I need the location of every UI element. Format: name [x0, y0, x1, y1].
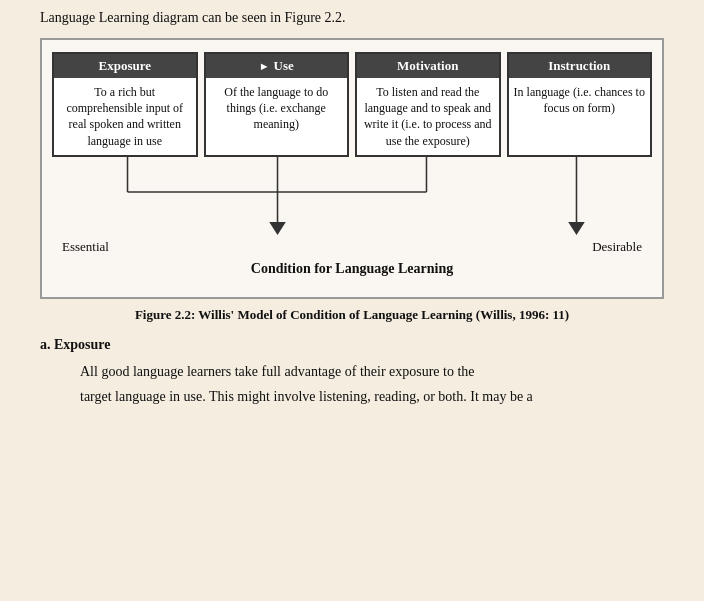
box-exposure-body: To a rich but comprehensible input of re… [54, 78, 196, 155]
box-instruction: Instruction In language (i.e. chances to… [507, 52, 653, 157]
labels-row: Essential Desirable [52, 239, 652, 255]
svg-marker-6 [269, 222, 286, 235]
body-para-2: target language in use. This might invol… [40, 386, 664, 408]
section-heading: a. Exposure [40, 337, 664, 353]
use-arrow-icon: ► [259, 60, 270, 72]
diagram-container: Exposure To a rich but comprehensible in… [40, 38, 664, 299]
box-instruction-body: In language (i.e. chances to focus on fo… [509, 78, 651, 122]
box-exposure-header: Exposure [54, 54, 196, 78]
box-use: ► Use Of the language to do things (i.e.… [204, 52, 350, 157]
box-use-header: ► Use [206, 54, 348, 78]
exposure-label: Exposure [99, 58, 152, 74]
svg-marker-8 [568, 222, 585, 235]
desirable-label: Desirable [592, 239, 642, 255]
box-motivation-body: To listen and read the language and to s… [357, 78, 499, 155]
lines-section [52, 157, 652, 237]
body-para-1: All good language learners take full adv… [40, 361, 664, 383]
diagram-lines-svg [52, 157, 652, 237]
box-exposure: Exposure To a rich but comprehensible in… [52, 52, 198, 157]
condition-label: Condition for Language Learning [52, 261, 652, 277]
box-use-body: Of the language to do things (i.e. excha… [206, 78, 348, 139]
figure-caption: Figure 2.2: Willis' Model of Condition o… [40, 307, 664, 323]
instruction-label: Instruction [548, 58, 610, 74]
essential-label: Essential [62, 239, 109, 255]
motivation-label: Motivation [397, 58, 458, 74]
intro-text: Language Learning diagram can be seen in… [40, 10, 664, 26]
use-label: Use [274, 58, 294, 74]
box-instruction-header: Instruction [509, 54, 651, 78]
box-motivation: Motivation To listen and read the langua… [355, 52, 501, 157]
box-motivation-header: Motivation [357, 54, 499, 78]
boxes-row: Exposure To a rich but comprehensible in… [52, 52, 652, 157]
